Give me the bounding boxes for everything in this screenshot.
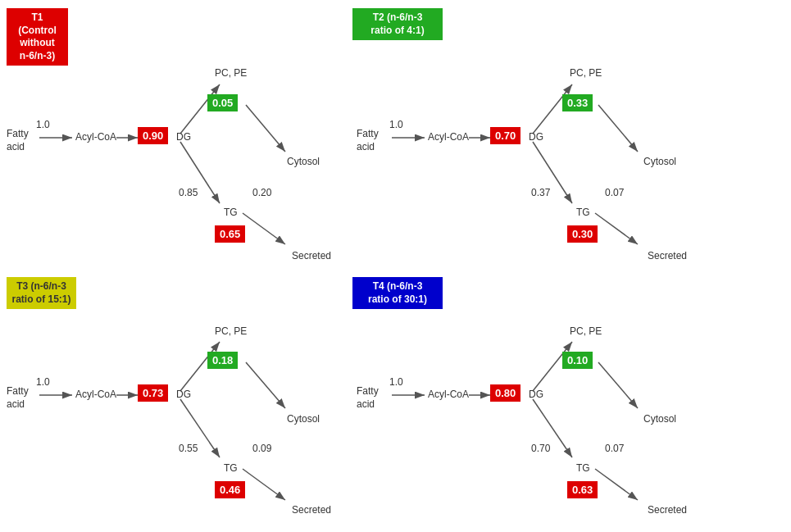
t3-cytosol: Cytosol (287, 413, 320, 425)
t4-tg: TG (576, 462, 590, 474)
t3-tg-value: 0.46 (215, 481, 245, 498)
t4-acyl-coa: Acyl-CoA (428, 389, 469, 400)
svg-line-18 (243, 469, 285, 500)
t3-dg-label: DG (176, 389, 191, 400)
t3-dg-value: 0.73 (138, 384, 168, 402)
t3-secreted: Secreted (292, 504, 331, 516)
t3-pc-pe: PC, PE (215, 325, 247, 337)
t4-tg-value: 0.63 (567, 481, 598, 498)
t1-dg-value: 0.90 (138, 127, 168, 144)
t1-label: T1 (Controlwithoutn-6/n-3) (7, 8, 68, 66)
t3-pc-value: 0.18 (207, 352, 238, 369)
t1-flow-085: 0.85 (179, 187, 198, 198)
t1-fatty-acid: Fattyacid (7, 128, 29, 153)
t3-tg: TG (224, 462, 238, 474)
t4-secreted: Secreted (648, 504, 687, 516)
t2-pc-pe: PC, PE (570, 67, 602, 79)
t1-pc-value: 0.05 (207, 94, 238, 111)
t3-flow-009: 0.09 (252, 443, 271, 454)
t3-fatty-acid: Fattyacid (7, 385, 29, 411)
t1-flow-1: 1.0 (36, 119, 50, 130)
t4-dg-value: 0.80 (490, 384, 521, 402)
t2-pc-value: 0.33 (562, 94, 593, 111)
t4-cytosol: Cytosol (643, 413, 676, 425)
t2-tg: TG (576, 207, 590, 218)
t4-flow-1: 1.0 (389, 376, 403, 388)
t1-tg: TG (224, 207, 238, 218)
t3-flow-1: 1.0 (36, 376, 50, 388)
t2-tg-value: 0.30 (567, 225, 598, 243)
t2-label: T2 (n-6/n-3ratio of 4:1) (352, 8, 443, 40)
svg-line-6 (243, 213, 285, 244)
t1-cytosol: Cytosol (287, 156, 320, 167)
t4-dg-label: DG (529, 389, 543, 400)
t1-flow-020: 0.20 (252, 187, 271, 198)
t2-dg-label: DG (529, 131, 543, 143)
t2-flow-007: 0.07 (605, 187, 624, 198)
svg-line-5 (246, 105, 285, 152)
t4-flow-070: 0.70 (531, 443, 550, 454)
t1-secreted: Secreted (292, 250, 331, 261)
t1-pc-pe: PC, PE (215, 67, 247, 79)
t1-dg-label: DG (176, 131, 191, 143)
svg-line-24 (595, 469, 638, 500)
t2-cytosol: Cytosol (643, 156, 676, 167)
t2-secreted: Secreted (648, 250, 687, 261)
t4-flow-007: 0.07 (605, 443, 624, 454)
svg-line-12 (595, 213, 638, 244)
t1-tg-value: 0.65 (215, 225, 245, 243)
t2-acyl-coa: Acyl-CoA (428, 131, 469, 143)
t4-pc-value: 0.10 (562, 352, 593, 369)
svg-line-23 (598, 362, 638, 408)
t3-label: T3 (n-6/n-3ratio of 15:1) (7, 277, 76, 309)
t4-pc-pe: PC, PE (570, 325, 602, 337)
svg-line-17 (246, 362, 285, 408)
t2-flow-1: 1.0 (389, 119, 403, 130)
t3-acyl-coa: Acyl-CoA (75, 389, 116, 400)
t2-dg-value: 0.70 (490, 127, 521, 144)
t1-acyl-coa: Acyl-CoA (75, 131, 116, 143)
t4-label: T4 (n-6/n-3ratio of 30:1) (352, 277, 443, 309)
t2-fatty-acid: Fattyacid (357, 128, 379, 153)
t2-flow-037: 0.37 (531, 187, 550, 198)
t4-fatty-acid: Fattyacid (357, 385, 379, 411)
svg-line-11 (598, 105, 638, 152)
t3-flow-055: 0.55 (179, 443, 198, 454)
